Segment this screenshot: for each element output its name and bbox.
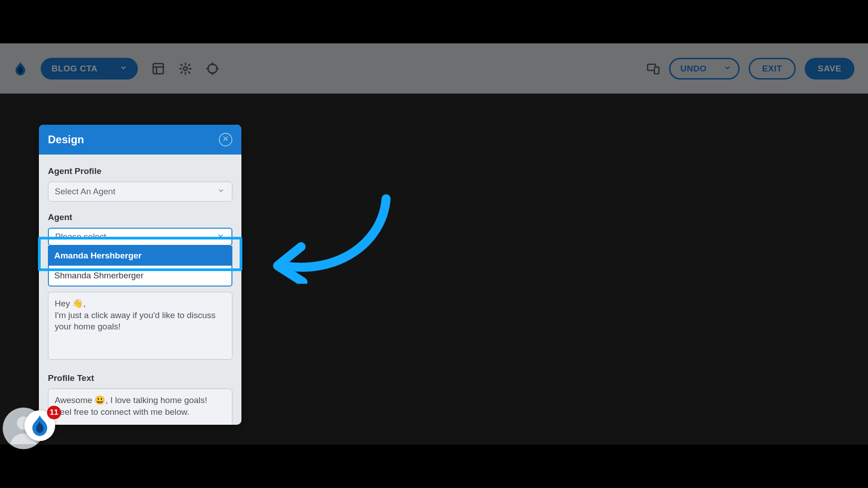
agent-profile-select[interactable]: Select An Agent	[48, 182, 232, 202]
agent-profile-label: Agent Profile	[48, 166, 232, 176]
notification-badge: 11	[47, 406, 61, 419]
panel-header: Design	[39, 125, 241, 155]
chat-widget[interactable]: 11	[3, 399, 52, 445]
chevron-down-icon	[217, 187, 225, 197]
close-icon	[222, 136, 229, 144]
agent-label: Agent	[48, 212, 232, 222]
agent-dropdown[interactable]: Amanda HershbergerShmanda Shmerberger	[48, 246, 232, 286]
chevron-down-icon	[217, 232, 224, 242]
design-panel: Design Agent Profile Select An Agent Age…	[39, 125, 241, 425]
profile-text-label: Profile Text	[48, 373, 232, 383]
agent-select[interactable]: Please select…	[48, 228, 232, 246]
cta-text-field[interactable]: Hey 👋, I'm just a click away if you'd li…	[48, 292, 232, 360]
profile-text-field[interactable]: Awesome 😃, I love talking home goals! Fe…	[48, 389, 232, 425]
agent-option[interactable]: Shmanda Shmerberger	[49, 266, 231, 286]
agent-select-placeholder: Please select…	[55, 232, 115, 242]
agent-profile-value: Select An Agent	[55, 187, 115, 197]
panel-close-button[interactable]	[219, 133, 232, 146]
agent-option[interactable]: Amanda Hershberger	[49, 246, 231, 266]
panel-title: Design	[48, 133, 84, 146]
